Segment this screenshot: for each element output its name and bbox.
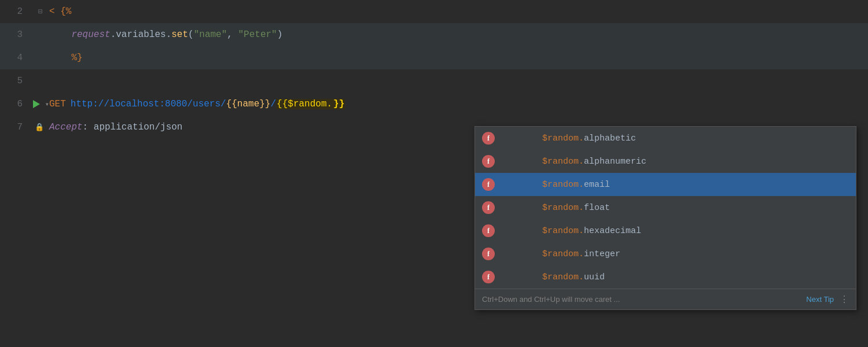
- footer-tip-text: Ctrl+Down and Ctrl+Up will move caret ..…: [482, 295, 806, 304]
- line-gutter-2: ⊟: [32, 7, 49, 16]
- code-token: [49, 29, 71, 40]
- http-method: GET: [49, 99, 66, 109]
- line-content-3: request . variables . set ( "name" , "Pe…: [49, 29, 868, 40]
- line-number-3: 3: [0, 29, 32, 40]
- suffix: uuid: [584, 272, 605, 282]
- more-options-button[interactable]: ⋮: [840, 294, 849, 305]
- prefix: $random.: [542, 249, 584, 259]
- function-icon: f: [482, 271, 495, 283]
- code-token: "name": [194, 29, 227, 40]
- code-token: set: [171, 29, 188, 40]
- suffix: hexadecimal: [584, 226, 641, 236]
- code-token: %}: [49, 53, 83, 63]
- lock-icon: 🔒: [35, 123, 44, 132]
- code-token-highlighted: }}: [333, 99, 345, 109]
- function-icon: f: [482, 248, 495, 260]
- code-token: /: [270, 99, 276, 109]
- code-line-6: 6 ▾ GET http://localhost:8080/users/ {{n…: [0, 93, 868, 116]
- code-token: ,: [227, 29, 238, 40]
- code-token: request: [71, 29, 110, 40]
- prefix: $random.: [542, 226, 584, 236]
- code-token: : application/json: [83, 122, 183, 132]
- line-gutter-7: 🔒: [32, 123, 49, 132]
- line-number-6: 6: [0, 99, 32, 109]
- suffix: alphanumeric: [584, 157, 646, 167]
- autocomplete-item-uuid[interactable]: f $random.uuid: [475, 265, 856, 289]
- code-token-highlighted: {{$random.: [276, 99, 333, 109]
- fold-icon[interactable]: ⊟: [38, 7, 43, 16]
- next-tip-button[interactable]: Next Tip: [806, 295, 834, 304]
- dropdown-arrow-icon[interactable]: ▾: [45, 100, 49, 109]
- code-token: (: [188, 29, 194, 40]
- suffix: float: [584, 203, 610, 213]
- suffix: alphabetic: [584, 134, 636, 143]
- function-icon: f: [482, 132, 495, 145]
- code-token: "Peter": [238, 29, 277, 40]
- line-content-4: %}: [49, 53, 868, 63]
- run-triangle-icon: [33, 100, 40, 108]
- code-editor: 2 ⊟ < {% 3 request . variables . set ( "…: [0, 0, 868, 347]
- code-token: variables: [116, 29, 165, 40]
- code-token: .: [111, 29, 116, 40]
- line-content-6: GET http://localhost:8080/users/ {{name}…: [49, 99, 868, 109]
- function-icon: f: [482, 178, 495, 191]
- code-token: ): [277, 29, 283, 40]
- autocomplete-text: $random.uuid: [501, 263, 605, 292]
- line-number-5: 5: [0, 76, 32, 86]
- line-number-4: 4: [0, 53, 32, 63]
- code-token: Accept: [49, 122, 83, 132]
- function-icon: f: [482, 224, 495, 237]
- suffix: email: [584, 180, 610, 190]
- line-content-2: < {%: [49, 6, 868, 17]
- function-icon: f: [482, 201, 495, 214]
- code-line-2: 2 ⊟ < {%: [0, 0, 868, 23]
- prefix: $random.: [542, 272, 584, 282]
- code-token: .: [166, 29, 172, 40]
- line-number-2: 2: [0, 6, 32, 17]
- prefix: $random.: [542, 180, 584, 190]
- line-gutter-6[interactable]: ▾: [32, 99, 49, 109]
- code-line-3: 3 request . variables . set ( "name" , "…: [0, 23, 868, 46]
- line-number-7: 7: [0, 122, 32, 132]
- code-line-4: 4 %}: [0, 46, 868, 69]
- code-line-5: 5: [0, 69, 868, 93]
- code-token: < {%: [49, 6, 71, 17]
- function-icon: f: [482, 155, 495, 168]
- code-token: {{name}}: [226, 99, 271, 109]
- run-button[interactable]: [32, 99, 41, 109]
- autocomplete-dropdown[interactable]: f $random.alphabetic f $random.alphanume…: [475, 126, 856, 310]
- prefix: $random.: [542, 157, 584, 167]
- prefix: $random.: [542, 203, 584, 213]
- suffix: integer: [584, 249, 620, 259]
- prefix: $random.: [542, 134, 584, 143]
- code-token: http://localhost:8080/users/: [71, 99, 226, 109]
